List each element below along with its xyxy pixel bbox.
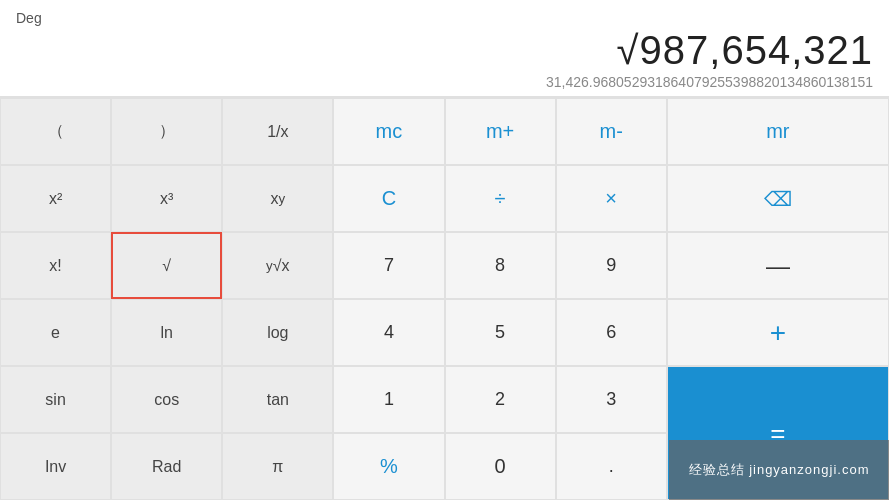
- btn-xy[interactable]: xy: [222, 165, 333, 232]
- btn-3[interactable]: 3: [556, 366, 667, 433]
- btn-percent[interactable]: %: [333, 433, 444, 500]
- btn-yroot[interactable]: y√x: [222, 232, 333, 299]
- btn-4[interactable]: 4: [333, 299, 444, 366]
- btn-mr[interactable]: mr: [667, 98, 889, 165]
- btn-sin[interactable]: sin: [0, 366, 111, 433]
- btn-x2[interactable]: x²: [0, 165, 111, 232]
- btn-mc[interactable]: mc: [333, 98, 444, 165]
- result-display: 31,426.968052931864079255398820134860138…: [16, 74, 873, 90]
- btn-plus[interactable]: +: [667, 299, 889, 366]
- btn-8[interactable]: 8: [445, 232, 556, 299]
- btn-divide[interactable]: ÷: [445, 165, 556, 232]
- btn-backspace[interactable]: ⌫: [667, 165, 889, 232]
- btn-1[interactable]: 1: [333, 366, 444, 433]
- main-expression: √987,654,321: [16, 28, 873, 72]
- btn-multiply[interactable]: ×: [556, 165, 667, 232]
- btn-mminus[interactable]: m-: [556, 98, 667, 165]
- btn-2[interactable]: 2: [445, 366, 556, 433]
- btn-ln[interactable]: ln: [111, 299, 222, 366]
- btn-x3[interactable]: x³: [111, 165, 222, 232]
- btn-7[interactable]: 7: [333, 232, 444, 299]
- btn-sqrt[interactable]: √: [111, 232, 222, 299]
- btn-log[interactable]: log: [222, 299, 333, 366]
- btn-close-paren[interactable]: ）: [111, 98, 222, 165]
- mode-label: Deg: [16, 10, 873, 26]
- btn-6[interactable]: 6: [556, 299, 667, 366]
- watermark: 经验总结 jingyanzongji.com: [669, 440, 889, 500]
- btn-inv[interactable]: Inv: [0, 433, 111, 500]
- watermark-text: 经验总结 jingyanzongji.com: [689, 461, 870, 479]
- btn-euler[interactable]: e: [0, 299, 111, 366]
- btn-decimal[interactable]: .: [556, 433, 667, 500]
- btn-pi[interactable]: π: [222, 433, 333, 500]
- btn-9[interactable]: 9: [556, 232, 667, 299]
- display-area: Deg √987,654,321 31,426.9680529318640792…: [0, 0, 889, 97]
- btn-rad[interactable]: Rad: [111, 433, 222, 500]
- btn-cos[interactable]: cos: [111, 366, 222, 433]
- btn-factorial[interactable]: x!: [0, 232, 111, 299]
- btn-clear[interactable]: C: [333, 165, 444, 232]
- btn-0[interactable]: 0: [445, 433, 556, 500]
- btn-5[interactable]: 5: [445, 299, 556, 366]
- btn-tan[interactable]: tan: [222, 366, 333, 433]
- btn-reciprocal[interactable]: 1/x: [222, 98, 333, 165]
- btn-mplus[interactable]: m+: [445, 98, 556, 165]
- btn-minus[interactable]: —: [667, 232, 889, 299]
- btn-open-paren[interactable]: （: [0, 98, 111, 165]
